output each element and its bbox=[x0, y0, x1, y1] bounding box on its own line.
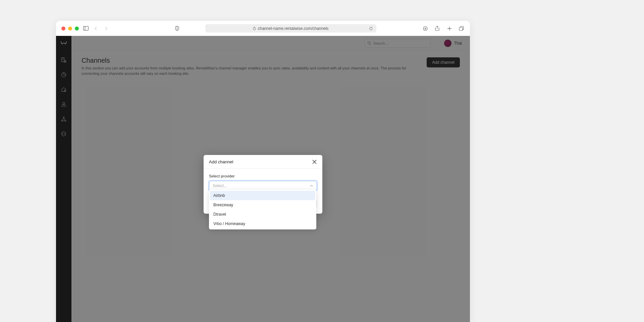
dropdown-option-dtravel[interactable]: Dtravel bbox=[210, 210, 315, 219]
provider-dropdown: Airbnb Breezeway Dtravel Vrbo / Homeaway bbox=[209, 190, 316, 229]
close-icon[interactable] bbox=[312, 159, 317, 164]
modal-header: Add channel bbox=[204, 155, 322, 169]
modal-title: Add channel bbox=[209, 159, 233, 164]
shield-icon[interactable] bbox=[174, 25, 180, 32]
svg-rect-8 bbox=[459, 27, 463, 31]
dropdown-option-vrbo[interactable]: Vrbo / Homeaway bbox=[210, 219, 315, 228]
downloads-icon[interactable] bbox=[422, 25, 428, 32]
url-text: channel-name.rentalwise.com/channels bbox=[258, 26, 329, 31]
sidebar-toggle-icon[interactable] bbox=[83, 25, 89, 32]
select-placeholder: Select... bbox=[213, 183, 227, 188]
browser-chrome: channel-name.rentalwise.com/channels bbox=[56, 21, 470, 36]
dropdown-option-airbnb[interactable]: Airbnb bbox=[210, 191, 315, 200]
nav-forward-icon[interactable] bbox=[103, 25, 109, 32]
lock-icon bbox=[253, 26, 256, 30]
chevron-up-icon bbox=[310, 185, 313, 187]
nav-back-icon[interactable] bbox=[93, 25, 99, 32]
browser-window: channel-name.rentalwise.com/channels bbox=[56, 21, 470, 322]
reload-icon[interactable] bbox=[369, 26, 373, 31]
dropdown-option-breezeway[interactable]: Breezeway bbox=[210, 200, 315, 210]
window-minimize[interactable] bbox=[68, 26, 72, 31]
app-container: Search… Thai Channels In this section yo… bbox=[56, 36, 470, 322]
new-tab-icon[interactable] bbox=[446, 25, 452, 32]
chrome-right bbox=[422, 25, 465, 32]
url-bar[interactable]: channel-name.rentalwise.com/channels bbox=[205, 24, 376, 33]
svg-rect-0 bbox=[84, 26, 89, 31]
svg-rect-3 bbox=[253, 28, 256, 30]
tabs-overview-icon[interactable] bbox=[459, 25, 465, 32]
share-icon[interactable] bbox=[434, 25, 440, 32]
window-close[interactable] bbox=[61, 26, 65, 31]
traffic-lights bbox=[61, 26, 79, 31]
provider-select[interactable]: Select... bbox=[209, 181, 317, 191]
provider-label: Select provider bbox=[209, 174, 317, 178]
window-maximize[interactable] bbox=[75, 26, 79, 31]
